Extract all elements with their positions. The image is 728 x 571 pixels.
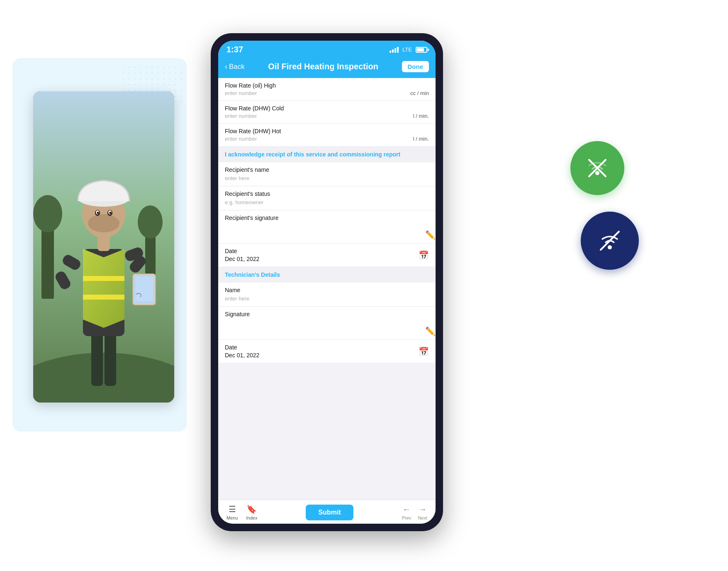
technician-name-label: Name xyxy=(225,287,429,293)
menu-button[interactable]: ☰ Menu xyxy=(226,504,238,520)
svg-point-5 xyxy=(138,205,163,239)
signature-edit-icon[interactable]: ✏️ xyxy=(425,230,436,240)
recipient-signature-row: Recipient's signature ✏️ xyxy=(218,210,436,244)
status-bar: 1:37 LTE xyxy=(218,41,436,57)
flow-rate-dhw-cold-unit: l / min. xyxy=(413,113,429,119)
flow-rate-dhw-hot-unit: l / min. xyxy=(413,136,429,142)
flow-rate-section: Flow Rate (oil) High enter number cc / m… xyxy=(218,78,436,146)
submit-button[interactable]: Submit xyxy=(306,505,353,520)
index-button[interactable]: 🔖 Index xyxy=(246,504,258,520)
done-button[interactable]: Done xyxy=(402,61,429,72)
flow-rate-oil-unit: cc / min xyxy=(410,90,429,96)
technician-signature-edit-icon[interactable]: ✏️ xyxy=(425,326,436,336)
recipient-name-label: Recipient's name xyxy=(225,166,429,173)
technician-signature-label: Signature xyxy=(225,311,429,317)
page-title: Oil Fired Heating Inspection xyxy=(249,62,398,71)
svg-rect-7 xyxy=(105,332,116,386)
svg-point-27 xyxy=(97,212,99,214)
acknowledgement-section: Recipient's name enter here Recipient's … xyxy=(218,162,436,266)
recipient-status-row: Recipient's status e.g. homeowner xyxy=(218,186,436,210)
menu-label: Menu xyxy=(226,515,238,520)
form-content: Flow Rate (oil) High enter number cc / m… xyxy=(218,78,436,500)
wifi-status-icon: LTE xyxy=(402,46,412,53)
signal-bars-icon xyxy=(390,47,399,53)
acknowledgement-section-header: I acknowledge receipt of this service an… xyxy=(218,146,436,162)
svg-point-29 xyxy=(595,171,599,175)
acknowledgement-header-text: I acknowledge receipt of this service an… xyxy=(225,151,400,158)
next-label: Next xyxy=(418,515,427,520)
technician-name-row: Name enter here xyxy=(218,283,436,307)
worker-photo-card xyxy=(33,91,174,403)
flow-rate-dhw-cold-label: Flow Rate (DHW) Cold xyxy=(225,105,429,112)
technician-date-row: Date Dec 01, 2022 📅 xyxy=(218,340,436,363)
recipient-status-label: Recipient's status xyxy=(225,190,429,197)
recipient-date-row: Date Dec 01, 2022 📅 xyxy=(218,244,436,266)
no-wifi-navy-icon xyxy=(597,228,622,253)
no-signal-green-circle xyxy=(570,141,624,195)
nav-bar: ‹ Back Oil Fired Heating Inspection Done xyxy=(218,57,436,78)
svg-point-22 xyxy=(88,214,119,232)
tablet-screen: 1:37 LTE ‹ Back Oil Fired Heating I xyxy=(218,41,436,524)
flow-rate-dhw-cold-input[interactable]: enter number xyxy=(225,113,257,119)
no-wifi-navy-circle xyxy=(581,212,639,270)
next-button[interactable]: → Next xyxy=(418,505,427,520)
toolbar-left: ☰ Menu 🔖 Index xyxy=(226,504,257,520)
bottom-toolbar: ☰ Menu 🔖 Index Submit ← Prev → Next xyxy=(218,500,436,524)
flow-rate-dhw-cold-row: Flow Rate (DHW) Cold enter number l / mi… xyxy=(218,101,436,124)
technician-name-input[interactable]: enter here xyxy=(225,295,249,302)
svg-point-1 xyxy=(33,353,174,403)
recipient-name-row: Recipient's name enter here xyxy=(218,162,436,186)
back-chevron-icon: ‹ xyxy=(225,62,227,71)
back-button[interactable]: ‹ Back xyxy=(225,62,245,71)
status-time: 1:37 xyxy=(226,45,243,54)
svg-rect-10 xyxy=(83,276,124,281)
no-signal-green-icon xyxy=(585,156,610,181)
prev-button[interactable]: ← Prev xyxy=(402,505,411,520)
svg-rect-18 xyxy=(135,276,153,301)
prev-label: Prev xyxy=(402,515,411,520)
technician-header-text: Technician's Details xyxy=(225,271,280,278)
recipient-status-input[interactable]: e.g. homeowner xyxy=(225,199,263,205)
svg-point-32 xyxy=(608,245,612,249)
battery-icon xyxy=(416,47,427,53)
menu-icon: ☰ xyxy=(229,504,236,514)
flow-rate-oil-row: Flow Rate (oil) High enter number cc / m… xyxy=(218,78,436,101)
recipient-date-label: Date xyxy=(225,248,259,254)
svg-point-3 xyxy=(33,195,62,232)
technician-date-label: Date xyxy=(225,344,259,351)
flow-rate-dhw-hot-row: Flow Rate (DHW) Hot enter number l / min… xyxy=(218,124,436,146)
flow-rate-dhw-hot-input[interactable]: enter number xyxy=(225,136,257,142)
flow-rate-oil-label: Flow Rate (oil) High xyxy=(225,82,429,89)
technician-date-value[interactable]: Dec 01, 2022 xyxy=(225,352,259,359)
tablet-device: 1:37 LTE ‹ Back Oil Fired Heating I xyxy=(211,33,443,531)
recipient-signature-label: Recipient's signature xyxy=(225,215,429,221)
next-arrow-icon: → xyxy=(419,505,427,514)
index-icon: 🔖 xyxy=(246,504,257,514)
toolbar-right: ← Prev → Next xyxy=(402,505,427,520)
svg-point-28 xyxy=(110,212,112,214)
technician-section-header: Technician's Details xyxy=(218,267,436,283)
svg-rect-6 xyxy=(91,332,103,386)
recipient-calendar-icon[interactable]: 📅 xyxy=(419,250,429,260)
recipient-date-value[interactable]: Dec 01, 2022 xyxy=(225,256,259,262)
prev-arrow-icon: ← xyxy=(402,505,411,514)
index-label: Index xyxy=(246,515,258,520)
flow-rate-oil-input[interactable]: enter number xyxy=(225,90,257,96)
technician-calendar-icon[interactable]: 📅 xyxy=(419,347,429,356)
status-icons: LTE xyxy=(390,46,427,53)
svg-marker-9 xyxy=(83,249,124,328)
recipient-name-input[interactable]: enter here xyxy=(225,175,249,181)
technician-signature-row: Signature ✏️ xyxy=(218,307,436,340)
flow-rate-dhw-hot-label: Flow Rate (DHW) Hot xyxy=(225,128,429,134)
svg-rect-11 xyxy=(83,295,124,300)
back-label: Back xyxy=(229,63,245,71)
technician-section: Name enter here Signature ✏️ Date Dec 01… xyxy=(218,283,436,363)
